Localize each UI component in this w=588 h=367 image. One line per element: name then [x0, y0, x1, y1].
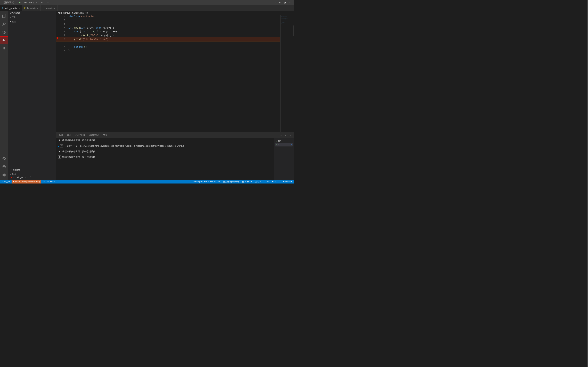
sidebar-debug-title: 运行和调试 — [10, 12, 20, 14]
activity-extensions[interactable] — [0, 44, 8, 52]
line-num-3a: 3 — [59, 26, 68, 30]
status-accessibility[interactable]: 已为屏幕阅读优化 — [222, 180, 240, 184]
tab-hello-world-c[interactable]: C hello_world.c ✕ — [0, 5, 22, 11]
status-eol[interactable]: Mac — [272, 180, 277, 184]
terminal-d-label: d... — [278, 143, 281, 146]
breakpoint-marker — [57, 37, 58, 39]
panel-tab-problems[interactable]: 问题 — [57, 132, 65, 138]
breakpoints-label: 断点 — [12, 173, 16, 175]
panel-tabs: 问题 输出 JUPYTER 调试控制台 终端 + ∧ ✕ — [56, 132, 294, 138]
error-count: 0 — [4, 180, 6, 183]
status-formatter[interactable]: ✦ Prettier — [282, 180, 293, 184]
list-item: ✱ 终端将被任务重用，按任意键关闭。 — [56, 150, 274, 154]
line-num-6: 6 — [59, 15, 68, 18]
debug-button-label: LLDB Debug — [22, 1, 34, 4]
launch-json-label: 'launch.json' 36L 1088C written — [192, 180, 221, 183]
callstack-label: 调用堆栈 — [13, 169, 20, 171]
tab-close-hello-world[interactable]: ✕ — [18, 7, 20, 9]
status-encoding[interactable]: UTF-8 — [263, 180, 270, 184]
status-language[interactable]: C — [278, 180, 281, 184]
status-spaces[interactable]: 空格: 4 — [254, 180, 262, 184]
bp-chevron: ▼ — [9, 173, 11, 175]
line-content-6: #include <stdio.h> — [68, 15, 280, 18]
variables-header[interactable]: ▼ 变量 — [8, 16, 56, 19]
tab-tasks-label: tasks.json — [46, 7, 55, 9]
status-right: 'launch.json' 36L 1088C written 已为屏幕阅读优化… — [191, 180, 293, 184]
callstack-chevron: ▼ — [10, 169, 12, 171]
debug-run-button[interactable]: ▶ LLDB Debug ▼ — [17, 1, 39, 4]
sidebar-debug-header[interactable]: 运行和调试 — [8, 11, 56, 15]
running-indicator — [58, 146, 59, 147]
breadcrumb-file[interactable]: hello_world.c — [58, 12, 70, 14]
activity-settings[interactable] — [0, 171, 8, 179]
table-row: 3 } — [56, 49, 280, 52]
bp-check-icon: ✓ — [13, 176, 15, 179]
table-row: 6 #include <stdio.h> — [56, 15, 280, 18]
terminal-text-1: 终端将被任务重用，按任意键关闭。 — [62, 139, 98, 142]
breakpoints-header[interactable]: ▼ 断点 — [8, 172, 56, 176]
status-launch-json[interactable]: 'launch.json' 36L 1088C written — [191, 180, 221, 184]
settings-icon[interactable]: ⚙ — [278, 0, 282, 5]
debug-more-icon[interactable]: ··· — [46, 0, 50, 5]
terminal-icon-3: ✱ — [58, 150, 61, 153]
menu-run-debug[interactable]: 运行和调试 — [1, 1, 15, 4]
table-row: 1 printf("%s\n", argv[i]); — [56, 33, 280, 37]
breakpoint-item[interactable]: ● ✓ hello_world.c 7 — [8, 176, 56, 179]
line-num-2a: 2 — [59, 30, 68, 33]
panel-area: 问题 输出 JUPYTER 调试控制台 终端 + ∧ ✕ ✱ 终端将被任务重用， — [56, 132, 294, 180]
activity-search[interactable] — [0, 20, 8, 28]
activity-explorer[interactable] — [0, 12, 8, 20]
debug-config-icon[interactable]: ⚙ — [40, 0, 44, 5]
panel-add-btn[interactable]: + — [279, 133, 283, 137]
monitor-header[interactable]: ▼ 监视 — [8, 20, 56, 23]
svg-point-0 — [3, 40, 3, 41]
activity-source-control[interactable] — [0, 28, 8, 36]
status-live-share[interactable]: ⇲ Live Share — [42, 180, 56, 184]
tab-json-icon-launch: { } — [24, 7, 26, 9]
live-share-label: Live Share — [45, 180, 55, 183]
status-row-col[interactable]: 行 7, 列 13 — [242, 180, 252, 184]
terminal-spacer-3 — [56, 154, 274, 155]
bp-dot-icon: ● — [11, 176, 12, 179]
terminal-main[interactable]: ✱ 终端将被任务重用，按任意键关闭。 ✱ 正在执行任务：gcc /Users/j… — [56, 138, 274, 180]
panel-tab-output[interactable]: 输出 — [65, 132, 73, 138]
accessibility-label: 已为屏幕阅读优化 — [223, 180, 239, 183]
activity-account[interactable] — [0, 163, 8, 171]
warning-icon: △ — [6, 180, 8, 183]
line-content-3a: int main(int argc, char *argv[]){ — [68, 26, 280, 30]
breakpoints-section: ▼ 断点 ● ✓ hello_world.c 7 — [8, 172, 56, 180]
line-num-5: 5 — [59, 18, 68, 22]
layout-icon[interactable]: ▣ — [283, 0, 287, 5]
table-row: 2 for (int i = 0; i < argc; i++) — [56, 30, 280, 33]
variables-chevron: ▼ — [9, 16, 11, 18]
terminal-sidebar: ▶ zsh ▶ d... ✓ — [274, 138, 294, 180]
monitor-chevron: ▼ — [9, 21, 11, 23]
formatter-icon: ✦ — [283, 180, 285, 183]
debug-dropdown-icon[interactable]: ▼ — [35, 2, 37, 4]
panel-tab-debug-console[interactable]: 调试控制台 — [87, 132, 101, 138]
activity-remote[interactable] — [0, 155, 8, 163]
line-num-2b: 2 — [59, 45, 68, 49]
code-editor[interactable]: 6 #include <stdio.h> 5 4 — [56, 15, 280, 132]
panel-maximize-btn[interactable]: ∧ — [284, 133, 288, 137]
tab-launch-json[interactable]: { } launch.json — [22, 5, 41, 11]
more-icon[interactable]: ··· — [288, 0, 293, 5]
tab-tasks-json[interactable]: { } tasks.json — [41, 5, 58, 11]
breadcrumb-path[interactable]: main(int, char * []) — [72, 12, 88, 14]
activity-run-debug[interactable] — [0, 36, 8, 44]
status-debug[interactable]: ▶ LLDB Debug (vscode_test) — [12, 180, 41, 184]
status-errors[interactable]: ✕ 0 △ 0 — [1, 180, 10, 184]
terminal-entry-d[interactable]: ▶ d... ✓ — [275, 143, 293, 146]
tab-c-icon: C — [2, 7, 4, 9]
main-area: 运行和调试 ▼ 变量 ▼ 监视 ▼ 调用堆栈 ▼ 断点 — [0, 11, 294, 180]
terminal-entry-zsh[interactable]: ▶ zsh — [275, 139, 293, 143]
terminal-icon-4: ✱ — [58, 155, 61, 158]
live-share-icon: ⇲ — [43, 180, 45, 183]
bp-line: 7 — [30, 176, 31, 179]
panel-close-btn[interactable]: ✕ — [289, 133, 293, 137]
list-item: ✱ 正在执行任务：gcc /Users/jack/project/test/vs… — [56, 144, 274, 148]
error-icon: ✕ — [2, 180, 4, 183]
source-control-icon[interactable]: ⎇ — [273, 0, 277, 5]
panel-tab-jupyter[interactable]: JUPYTER — [73, 132, 87, 138]
panel-tab-terminal[interactable]: 终端 — [101, 132, 109, 138]
